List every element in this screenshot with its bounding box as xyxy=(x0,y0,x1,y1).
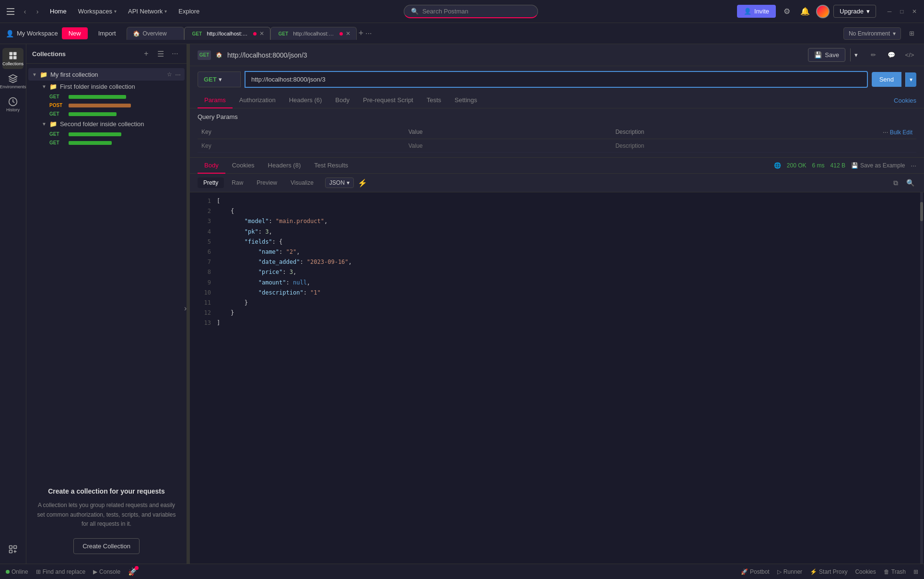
star-icon[interactable]: ☆ xyxy=(167,71,172,78)
tab-settings[interactable]: Settings xyxy=(448,93,484,108)
resp-tab-body[interactable]: Body xyxy=(198,158,225,174)
api-network-nav-item[interactable]: API Network ▾ xyxy=(123,5,172,17)
request-row-get-2[interactable]: GET xyxy=(28,110,185,118)
start-proxy-button[interactable]: ⚡ Start Proxy xyxy=(810,568,847,575)
add-collection-button[interactable]: + xyxy=(140,48,152,59)
folder-item-first[interactable]: ▼ 📁 First folder inside collection xyxy=(28,81,185,92)
environments-icon xyxy=(8,74,18,83)
import-button[interactable]: Import xyxy=(92,27,123,39)
postbot-button[interactable]: 🚀 xyxy=(128,567,138,576)
url-input[interactable] xyxy=(245,71,868,88)
view-toggle-icon[interactable]: ⊞ xyxy=(905,27,918,40)
tab-tests[interactable]: Tests xyxy=(420,93,448,108)
add-tab-button[interactable]: + xyxy=(359,28,364,38)
value-input[interactable] xyxy=(409,142,608,149)
cookies-bottom-button[interactable]: Cookies xyxy=(855,568,876,575)
response-status: 🌐 200 OK 6 ms 412 B 💾 Save as Example ··… xyxy=(774,162,916,169)
save-as-example-button[interactable]: 💾 Save as Example xyxy=(851,162,905,169)
code-icon[interactable]: </> xyxy=(903,48,916,62)
minimize-button[interactable]: ─ xyxy=(884,6,895,17)
home-nav-item[interactable]: Home xyxy=(45,5,71,17)
forward-button[interactable]: › xyxy=(32,6,43,17)
send-dropdown-button[interactable]: ▾ xyxy=(905,72,916,87)
code-tab-raw[interactable]: Raw xyxy=(226,177,249,188)
find-replace-button[interactable]: ⊞ Find and replace xyxy=(36,568,85,575)
layout-button[interactable]: ⊞ xyxy=(913,568,918,575)
code-line-11: 11 } xyxy=(190,298,924,308)
code-tab-pretty[interactable]: Pretty xyxy=(198,177,224,188)
create-collection-button[interactable]: Create Collection xyxy=(73,538,140,554)
filter-collections-button[interactable]: ☰ xyxy=(155,48,166,59)
tab2-close-icon[interactable]: ✕ xyxy=(346,30,351,37)
key-input[interactable] xyxy=(201,142,401,149)
code-tab-visualize[interactable]: Visualize xyxy=(285,177,319,188)
tab-prerequest[interactable]: Pre-request Script xyxy=(356,93,420,108)
resp-tab-cookies[interactable]: Cookies xyxy=(225,158,261,174)
close-button[interactable]: ✕ xyxy=(909,6,920,17)
maximize-button[interactable]: □ xyxy=(896,6,908,17)
description-input[interactable] xyxy=(615,142,815,149)
code-scrollbar-thumb[interactable] xyxy=(920,202,923,221)
code-tab-preview[interactable]: Preview xyxy=(251,177,283,188)
cookies-link[interactable]: Cookies xyxy=(894,97,916,104)
save-button[interactable]: 💾 Save xyxy=(808,48,845,62)
collection-item-first[interactable]: ▼ 📁 My first collection ☆ ··· xyxy=(28,68,185,81)
resp-tab-testresults[interactable]: Test Results xyxy=(307,158,355,174)
comment-icon[interactable]: 💬 xyxy=(885,48,898,62)
search-code-icon[interactable]: 🔍 xyxy=(904,177,916,189)
tab-get-2[interactable]: GET http://localhost:8000/j... ✕ xyxy=(270,27,357,40)
folder-item-second[interactable]: ▼ 📁 Second folder inside collection xyxy=(28,118,185,130)
copy-icon[interactable]: ⧉ xyxy=(889,177,902,189)
tab-body[interactable]: Body xyxy=(328,93,356,108)
avatar[interactable] xyxy=(816,5,830,18)
params-more-button[interactable]: ··· xyxy=(883,128,889,136)
invite-button[interactable]: 👤 Invite xyxy=(737,5,776,18)
save-dropdown-button[interactable]: ▾ xyxy=(850,48,862,61)
folder1-caret-icon: ▼ xyxy=(42,84,47,89)
search-bar[interactable]: 🔍 Search Postman xyxy=(404,5,538,18)
tab-authorization[interactable]: Authorization xyxy=(233,93,282,108)
tab-headers[interactable]: Headers (6) xyxy=(282,93,329,108)
collection-more-icon[interactable]: ··· xyxy=(175,71,181,78)
overview-tab[interactable]: 🏠 Overview xyxy=(127,27,184,40)
send-button[interactable]: Send xyxy=(872,72,901,87)
svg-rect-2 xyxy=(10,56,13,59)
resp-tab-headers[interactable]: Headers (8) xyxy=(261,158,308,174)
tab1-close-icon[interactable]: ✕ xyxy=(259,30,264,37)
create-collection-title: Create a collection for your requests xyxy=(36,487,177,495)
request-row-get-3[interactable]: GET xyxy=(28,130,185,138)
sidebar-item-history[interactable]: History xyxy=(2,94,23,115)
new-button[interactable]: New xyxy=(62,27,88,39)
response-more-button[interactable]: ··· xyxy=(911,162,916,169)
workspaces-nav-item[interactable]: Workspaces ▾ xyxy=(73,5,121,17)
tab-params[interactable]: Params xyxy=(198,93,233,108)
code-scrollbar[interactable] xyxy=(920,192,923,564)
edit-icon[interactable]: ✏ xyxy=(866,48,880,62)
back-button[interactable]: ‹ xyxy=(19,6,31,17)
request-row-get-1[interactable]: GET xyxy=(28,93,185,101)
trash-button[interactable]: 🗑 Trash xyxy=(884,568,906,575)
menu-button[interactable] xyxy=(4,5,17,18)
explore-nav-item[interactable]: Explore xyxy=(174,5,204,17)
console-button[interactable]: ▶ Console xyxy=(93,568,120,575)
postbot-label-button[interactable]: 🚀 Postbot xyxy=(741,568,770,575)
more-tabs-button[interactable]: ··· xyxy=(365,29,372,38)
more-collections-button[interactable]: ··· xyxy=(169,48,181,59)
bulk-edit-button[interactable]: Bulk Edit xyxy=(890,129,912,136)
sidebar-item-environments[interactable]: Environments xyxy=(2,71,23,92)
request-row-post-1[interactable]: POST xyxy=(28,101,185,109)
runner-button[interactable]: ▷ Runner xyxy=(777,568,802,575)
method-dropdown[interactable]: GET ▾ xyxy=(198,71,241,87)
format-selector[interactable]: JSON ▾ xyxy=(325,177,354,188)
filter-icon[interactable]: ⚡ xyxy=(358,178,367,188)
upgrade-button[interactable]: Upgrade ▾ xyxy=(833,5,876,18)
environment-selector[interactable]: No Environment ▾ xyxy=(843,27,901,40)
tab-get-1[interactable]: GET http://localhost:8000/j... ✕ xyxy=(184,27,270,40)
req4-bar xyxy=(69,132,121,136)
request-row-get-4[interactable]: GET xyxy=(28,139,185,147)
env-chevron-icon: ▾ xyxy=(893,30,896,37)
notification-icon[interactable]: 🔔 xyxy=(798,4,812,19)
sidebar-item-collections[interactable]: Collections xyxy=(2,48,23,69)
settings-icon[interactable]: ⚙ xyxy=(780,4,794,19)
sidebar-item-add[interactable] xyxy=(2,539,23,560)
